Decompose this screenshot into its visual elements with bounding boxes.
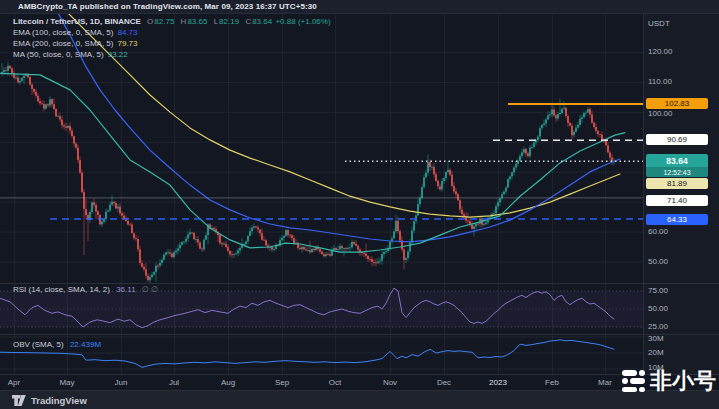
- publish-header: AMBCrypto_TA published on TradingView.co…: [0, 0, 719, 14]
- footer-bar: TradingView: [0, 390, 719, 409]
- obv-value: 22.439M: [70, 340, 101, 349]
- tradingview-link[interactable]: TradingView: [31, 395, 87, 406]
- tradingview-chart-screenshot: AMBCrypto_TA published on TradingView.co…: [0, 0, 719, 409]
- symbol-title: Litecoin / TetherUS, 1D, BINANCE: [13, 17, 141, 26]
- ema200-label: EMA (200, close, 0, SMA, 5): [13, 39, 113, 48]
- rsi-value: 36.11: [116, 285, 135, 294]
- ema200-value: 79.73: [117, 39, 137, 48]
- ohlc-open-value: 82.75: [154, 17, 174, 26]
- ohlc-open-key: O: [147, 17, 153, 26]
- ohlc-high-key: H: [181, 17, 187, 26]
- legend-indicator-ma50[interactable]: MA (50, close, 0, SMA, 5)93.22: [13, 49, 331, 60]
- legend-indicator-ema100[interactable]: EMA (100, close, 0, SMA, 5)84.73: [13, 27, 331, 38]
- change-value: +0.88 (+1.06%): [275, 17, 330, 26]
- legend-indicator-ema200[interactable]: EMA (200, close, 0, SMA, 5)79.73: [13, 38, 331, 49]
- publish-text: AMBCrypto_TA published on TradingView.co…: [18, 2, 317, 11]
- ohlc-close-value: 83.64: [252, 17, 272, 26]
- feixiaohao-wordmark: 非小号: [650, 369, 716, 393]
- ema100-label: EMA (100, close, 0, SMA, 5): [13, 28, 113, 37]
- tradingview-logo-icon: [12, 395, 26, 406]
- rsi-label: RSI (14, close, SMA, 14, 2): [13, 285, 110, 294]
- ema100-value: 84.73: [117, 28, 137, 37]
- chart-legend: Litecoin / TetherUS, 1D, BINANCE O82.75 …: [13, 16, 331, 60]
- legend-symbol-row[interactable]: Litecoin / TetherUS, 1D, BINANCE O82.75 …: [13, 16, 331, 27]
- ma50-label: MA (50, close, 0, SMA, 5): [13, 50, 104, 59]
- ohlc-close-key: C: [245, 17, 251, 26]
- ohlc-low-key: L: [214, 17, 218, 26]
- obv-label: OBV (SMA, 5): [13, 340, 64, 349]
- ohlc-low-value: 82.19: [219, 17, 239, 26]
- chart-canvas[interactable]: [0, 0, 719, 409]
- feixiaohao-logo-icon: [622, 369, 646, 393]
- obv-legend-row[interactable]: OBV (SMA, 5) 22.439M: [13, 340, 101, 349]
- ohlc-high-value: 83.65: [187, 17, 207, 26]
- feixiaohao-watermark: 非小号: [622, 369, 716, 393]
- rsi-legend-row[interactable]: RSI (14, close, SMA, 14, 2) 36.11 ∅ ∅: [13, 285, 158, 294]
- rsi-bands-placeholder: ∅ ∅: [142, 285, 158, 294]
- ma50-value: 93.22: [108, 50, 128, 59]
